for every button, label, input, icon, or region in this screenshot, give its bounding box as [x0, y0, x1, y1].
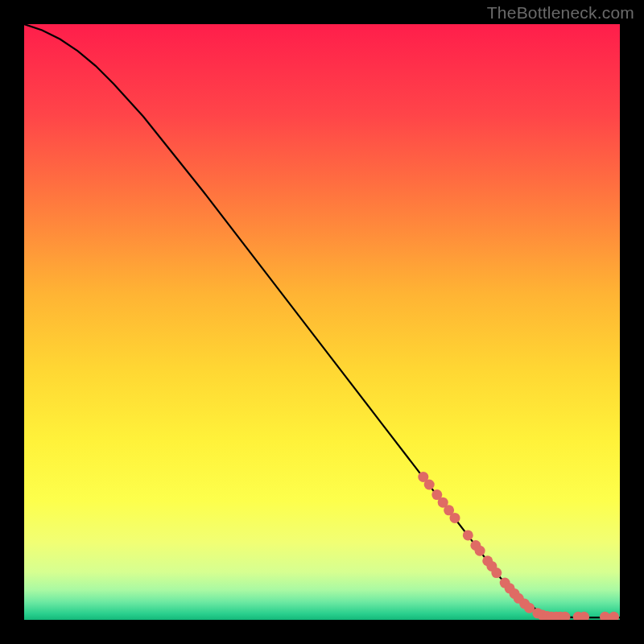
chart-svg: [24, 24, 620, 620]
watermark-text: TheBottleneck.com: [487, 3, 634, 23]
data-marker: [491, 568, 502, 578]
data-marker: [424, 480, 435, 490]
data-marker: [450, 513, 460, 523]
chart-frame: TheBottleneck.com: [0, 0, 644, 644]
data-marker: [475, 546, 485, 556]
gradient-background: [24, 24, 620, 620]
plot-area: [24, 24, 620, 620]
data-marker: [463, 530, 473, 540]
